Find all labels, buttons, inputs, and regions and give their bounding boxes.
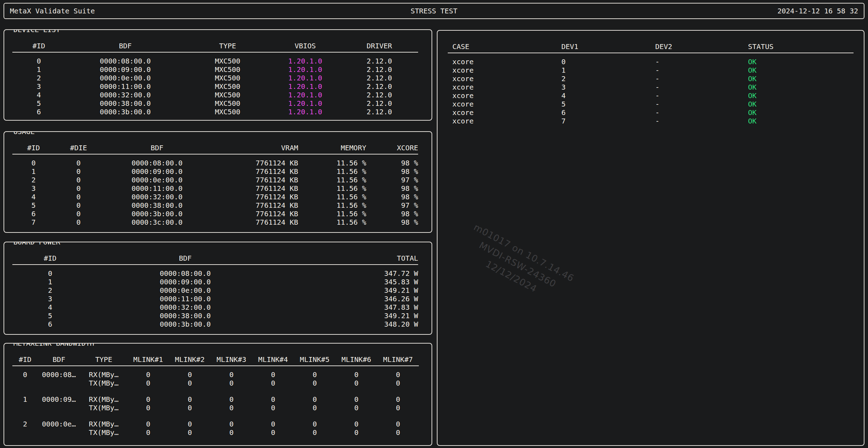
- cell: 4: [557, 91, 651, 100]
- cell: 0000:08:00.0: [102, 159, 212, 167]
- cell: 0: [211, 395, 252, 404]
- cell: 2: [12, 176, 55, 184]
- column-header: MLINK#2: [169, 353, 211, 365]
- cell: 0: [169, 404, 211, 412]
- cell: [12, 404, 38, 412]
- cell: 0: [336, 395, 377, 404]
- cell: 0000:0e:00.0: [65, 74, 185, 82]
- cell: 0: [252, 379, 294, 387]
- header-separator: [12, 154, 418, 159]
- column-header: MLINK#7: [377, 353, 419, 365]
- cell: 2: [12, 420, 38, 428]
- cell: MXC500: [185, 108, 270, 116]
- cell: 7: [557, 117, 651, 125]
- cell: 2.12.0: [340, 57, 418, 65]
- cell: 0: [55, 210, 102, 218]
- cell: -: [651, 100, 743, 108]
- column-header: STATUS: [743, 41, 854, 53]
- cell: 11.56 %: [298, 176, 366, 184]
- cell: 0000:08:00.0: [88, 269, 283, 278]
- test-mode-title: STRESS TEST: [293, 7, 575, 15]
- column-header: TYPE: [185, 40, 270, 52]
- cell: 0: [377, 404, 419, 412]
- column-header: XCORE: [366, 142, 418, 154]
- cell: 7761124 KB: [212, 184, 298, 193]
- cell: 11.56 %: [298, 167, 366, 176]
- cell: 1.20.1.0: [270, 99, 340, 108]
- cell: 11.56 %: [298, 218, 366, 226]
- cell: 0000:3b:00.0: [88, 320, 283, 328]
- cell: 0: [127, 370, 169, 379]
- cell: 5: [12, 311, 88, 320]
- header-separator: [12, 365, 419, 370]
- row-spacer: [12, 412, 419, 420]
- cell: 11.56 %: [298, 184, 366, 193]
- cell: OK: [743, 91, 854, 100]
- clock-timestamp: 2024-12-12 16 58 32: [575, 7, 858, 15]
- column-header: BDF: [88, 252, 283, 264]
- column-header: VRAM: [212, 142, 298, 154]
- cell: 1.20.1.0: [270, 65, 340, 74]
- cell: 0: [294, 379, 336, 387]
- cell: 7761124 KB: [212, 167, 298, 176]
- cell: xcore: [448, 100, 557, 108]
- cell: -: [651, 91, 743, 100]
- cell: 0: [336, 404, 377, 412]
- cell: -: [651, 57, 743, 66]
- cell: MXC500: [185, 99, 270, 108]
- cell: 3: [12, 82, 65, 91]
- cell: 0000:09:00.0: [65, 65, 185, 74]
- cell: [38, 428, 80, 437]
- column-header: #ID: [12, 252, 88, 264]
- cell: 0: [55, 159, 102, 167]
- cell: 347.72 W: [283, 269, 418, 278]
- cell: MXC500: [185, 65, 270, 74]
- cell: 3: [557, 83, 651, 91]
- cell: [38, 379, 80, 387]
- cell: 0: [169, 395, 211, 404]
- app-title: MetaX Validate Suite: [10, 7, 293, 15]
- cell: 0: [252, 428, 294, 437]
- device-list-panel-title: DEVICE LIST: [10, 29, 64, 34]
- cell: 6: [12, 108, 65, 116]
- cell: 1: [12, 395, 38, 404]
- cell: 0000:3c:00.0: [102, 218, 212, 226]
- cell: 11.56 %: [298, 201, 366, 210]
- cell: OK: [743, 100, 854, 108]
- cell: 0000:11:00.0: [102, 184, 212, 193]
- column-header: #DIE: [55, 142, 102, 154]
- cell: 0000:32:00.0: [102, 193, 212, 201]
- cell: 7761124 KB: [212, 210, 298, 218]
- metaxlink-bandwidth-table: #IDBDFTYPEMLINK#1MLINK#2MLINK#3MLINK#4ML…: [12, 353, 418, 437]
- column-header: MLINK#6: [336, 353, 377, 365]
- cell: 1.20.1.0: [270, 108, 340, 116]
- cell: -: [651, 74, 743, 83]
- board-power-panel: BOARD POWER #IDBDFTOTAL00000:08:00.0347.…: [4, 242, 432, 335]
- cell: xcore: [448, 108, 557, 117]
- cell: 6: [557, 108, 651, 117]
- usage-table: #ID#DIEBDFVRAMMEMORYXCORE000000:08:00.07…: [12, 142, 418, 226]
- cell: 0: [55, 193, 102, 201]
- cell: 0: [169, 428, 211, 437]
- cell: 0000:0e…: [38, 420, 80, 428]
- cell: xcore: [448, 83, 557, 91]
- cell: 2: [12, 286, 88, 295]
- cell: 5: [12, 99, 65, 108]
- cell: 0: [169, 379, 211, 387]
- cell: 2: [557, 74, 651, 83]
- cell: [12, 379, 38, 387]
- cell: 0: [55, 167, 102, 176]
- cell: 98 %: [366, 184, 418, 193]
- cell: 11.56 %: [298, 159, 366, 167]
- cell: 7: [12, 218, 55, 226]
- cell: 0: [55, 176, 102, 184]
- cell: 7761124 KB: [212, 218, 298, 226]
- cell: 0: [294, 370, 336, 379]
- cell: 5: [557, 100, 651, 108]
- cell: 0: [211, 420, 252, 428]
- column-header: TYPE: [80, 353, 127, 365]
- cell: 0: [252, 395, 294, 404]
- cell: 4: [12, 193, 55, 201]
- cell: 1: [12, 167, 55, 176]
- cell: 0000:38:00.0: [102, 201, 212, 210]
